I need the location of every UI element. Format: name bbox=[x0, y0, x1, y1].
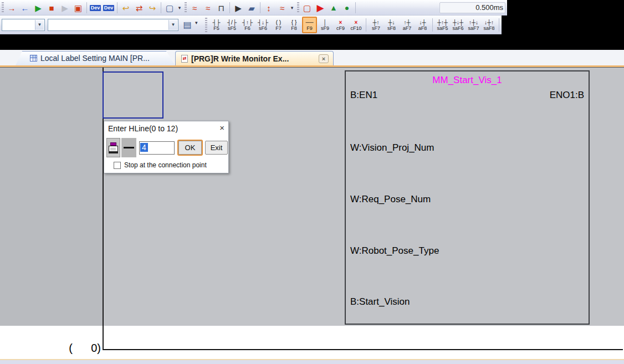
fkey-pulse-both-down-button[interactable]: ↓┼↑ saF8 bbox=[482, 17, 497, 33]
device-batch-monitor-icon[interactable]: Dev bbox=[89, 2, 102, 14]
pulse-up-icon: ┼↑ bbox=[372, 19, 379, 25]
instruction-help-button[interactable] bbox=[106, 138, 120, 157]
run-icon[interactable]: ▶ bbox=[314, 2, 327, 14]
toolbar-separator bbox=[499, 18, 499, 32]
warning-icon[interactable]: ▲ bbox=[327, 2, 340, 14]
stop-at-connection-checkbox[interactable] bbox=[114, 162, 121, 169]
sim-screen-icon[interactable]: ▢ bbox=[300, 2, 314, 14]
fkey-label: saF7 bbox=[468, 25, 479, 31]
trend-graph-b-icon[interactable]: ≈ bbox=[201, 2, 214, 14]
display-lock-icon[interactable]: ▢ bbox=[163, 2, 176, 14]
bottom-scrollbar-strip[interactable] bbox=[0, 359, 624, 364]
toolbar-separator bbox=[86, 2, 87, 13]
find-combo-box[interactable]: ▼ bbox=[48, 19, 178, 31]
function-block-mm-start-vis[interactable]: MM_Start_Vis_1 B:EN1 ENO1:B W:Vision_Pro… bbox=[345, 70, 590, 325]
pulse-both-down-icon: ↓┼↑ bbox=[484, 19, 494, 25]
selected-input-text: 4 bbox=[140, 143, 148, 152]
fkey-delete-hline-button[interactable]: × cF9 bbox=[333, 17, 348, 33]
device-printer-icon bbox=[109, 142, 119, 153]
fkey-vline-button[interactable]: │ sF9 bbox=[318, 17, 333, 33]
dialog-title: Enter HLine(0 to 12) bbox=[108, 124, 178, 133]
exit-button[interactable]: Exit bbox=[205, 141, 228, 155]
fkey-rising-contact-button[interactable]: ┤↑├ F6 bbox=[240, 17, 255, 33]
start-monitor-icon[interactable]: ▶ bbox=[32, 2, 45, 14]
toolbar-overflow-chevron-icon[interactable]: ▾ bbox=[289, 2, 295, 14]
falling-contact-icon: ┤↓├ bbox=[258, 19, 268, 25]
graph-scale-icon[interactable]: ↕ bbox=[262, 2, 275, 14]
fkey-pulse-not-down-button[interactable]: ┼↓┼ saF6 bbox=[451, 17, 466, 33]
comment-display-icon[interactable]: ↩ bbox=[119, 2, 132, 14]
fkey-instruction-button[interactable]: { } F8 bbox=[287, 17, 301, 33]
toolbar-grip[interactable] bbox=[2, 2, 4, 13]
pulse-up-alt-icon: ↑┼ bbox=[403, 19, 410, 25]
fkey-pulse-both-up-button[interactable]: ↑┼↓ saF7 bbox=[466, 17, 481, 33]
note-display-icon[interactable]: ↪ bbox=[146, 2, 159, 14]
pin-eno1[interactable]: ENO1:B bbox=[550, 90, 584, 101]
toolbar-grip[interactable] bbox=[185, 2, 187, 13]
fkey-pulse-up-button[interactable]: ┼↑ sF7 bbox=[369, 17, 383, 33]
pulse-run-icon[interactable]: ⊓ bbox=[214, 2, 228, 14]
hline-count-input[interactable]: 4 bbox=[139, 141, 175, 155]
toolbar-grip[interactable] bbox=[297, 2, 299, 13]
pause-monitor-icon: ▶ bbox=[58, 2, 71, 14]
trend-graph-a-icon[interactable]: ≈ bbox=[188, 2, 201, 14]
stop-watch-monitor-icon[interactable]: ▣ bbox=[71, 2, 85, 14]
pulse-both-up-icon: ↑┼↓ bbox=[469, 19, 478, 25]
fkey-pulse-not-up-button[interactable]: ┼↑┼ saF5 bbox=[435, 17, 450, 33]
device-register-monitor-icon[interactable]: Dev bbox=[102, 2, 115, 14]
read-from-plc-icon[interactable]: ← bbox=[18, 2, 32, 14]
screen-capture-icon[interactable]: ▰ bbox=[245, 2, 258, 14]
device-combo-box[interactable]: ▼ bbox=[2, 19, 45, 31]
pin-vision-proj-num[interactable]: W:Vision_Proj_Num bbox=[350, 142, 434, 153]
ok-button[interactable]: OK bbox=[177, 140, 203, 156]
pulse-not-down-icon: ┼↓┼ bbox=[453, 19, 463, 25]
toolbar-overflow-chevron-icon[interactable]: ▾ bbox=[176, 2, 183, 14]
stop-monitor-icon[interactable]: ■ bbox=[45, 2, 58, 14]
rung-step-number: ( 0) bbox=[53, 342, 101, 355]
close-icon[interactable]: × bbox=[219, 123, 224, 132]
fkey-label: sF9 bbox=[321, 25, 329, 31]
fkey-label: cF9 bbox=[336, 25, 345, 31]
fkey-label: cF10 bbox=[350, 25, 361, 31]
delete-hline-icon: × bbox=[339, 19, 342, 25]
statement-display-icon[interactable]: ⇄ bbox=[132, 2, 146, 14]
dev-badge: Dev bbox=[90, 5, 101, 11]
fkey-pulse-down-button[interactable]: ┼↓ sF8 bbox=[384, 17, 399, 33]
fkey-pulse-up-alt-button[interactable]: ↑┼ aF7 bbox=[400, 17, 415, 33]
fkey-hline-button[interactable]: ── F9 bbox=[302, 17, 317, 33]
toolbar-separator bbox=[355, 2, 356, 13]
chevron-down-icon[interactable]: ▼ bbox=[35, 20, 44, 30]
toolbar-overflow-chevron-icon[interactable]: ▾ bbox=[195, 20, 198, 25]
pin-en1[interactable]: B:EN1 bbox=[350, 90, 377, 101]
fkey-falling-contact-button[interactable]: ┤↓├ sF6 bbox=[255, 17, 270, 33]
pin-robot-pose-type[interactable]: W:Robot_Pose_Type bbox=[350, 245, 439, 257]
fkey-coil-button[interactable]: ( ) F7 bbox=[271, 17, 286, 33]
program-doc-icon: ⇄ bbox=[181, 55, 188, 63]
pin-start-vision[interactable]: B:Start_Vision bbox=[350, 296, 410, 307]
fkey-pulse-down-alt-button[interactable]: ↓┼ aF8 bbox=[415, 17, 430, 33]
dev-badge: Dev bbox=[103, 5, 115, 11]
tab-local-label-setting[interactable]: Local Label Setting MAIN [PR... bbox=[16, 51, 175, 65]
toolbar-separator bbox=[229, 2, 230, 13]
pin-req-pose-num[interactable]: W:Req_Pose_Num bbox=[350, 194, 431, 205]
rising-contact-icon: ┤↑├ bbox=[242, 19, 253, 25]
pulse-down-icon: ┼↓ bbox=[388, 19, 395, 25]
fkey-closed-contact-button[interactable]: ┤/├ sF5 bbox=[224, 17, 239, 33]
find-monitor-icon[interactable]: ▶ bbox=[232, 2, 245, 14]
document-search-icon[interactable]: ▤ bbox=[181, 18, 194, 32]
fkey-delete-vline-button[interactable]: × cF10 bbox=[349, 17, 364, 33]
fkey-label: F8 bbox=[291, 25, 297, 31]
graph-wave-icon[interactable]: ≈ bbox=[275, 2, 289, 14]
edit-toolbar: ▼ ▼ ▤ ▾ ┤├ F5 ┤/├ sF5 ┤↑├ F6 ┤↓├ sF6 bbox=[0, 16, 502, 34]
close-tab-icon[interactable]: × bbox=[319, 54, 329, 63]
fkey-open-contact-button[interactable]: ┤├ F5 bbox=[209, 17, 224, 33]
toolbar-grip[interactable] bbox=[205, 18, 207, 32]
write-to-plc-icon[interactable]: → bbox=[5, 2, 18, 14]
delete-vline-icon: × bbox=[355, 19, 358, 25]
fkey-label: saF8 bbox=[483, 25, 494, 31]
tab-prg-write-monitor[interactable]: ⇄ [PRG]R Write Monitor Ex... × bbox=[175, 51, 334, 65]
chevron-down-icon[interactable]: ▼ bbox=[168, 20, 177, 30]
horizontal-line-icon: ── bbox=[305, 19, 313, 25]
information-icon[interactable]: ● bbox=[340, 2, 354, 14]
fkey-label: F5 bbox=[213, 25, 219, 31]
